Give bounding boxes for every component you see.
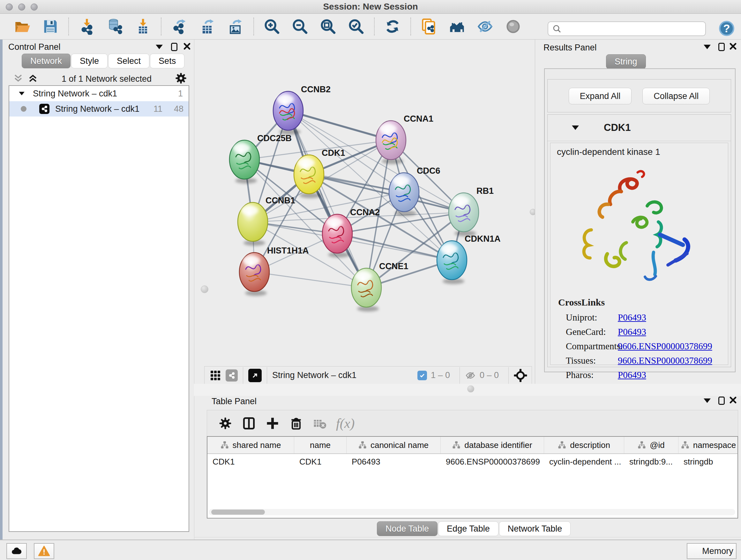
- table-cell[interactable]: cyclin-dependent ...: [544, 457, 624, 467]
- table-panel-close-icon[interactable]: [729, 396, 737, 405]
- table-row[interactable]: CDK1CDK1P064939606.ENSP00000378699cyclin…: [207, 454, 738, 469]
- network-collection-row[interactable]: String Network – cdk1 1: [9, 86, 189, 101]
- network-node-CDKN1A[interactable]: CDKN1A: [437, 234, 501, 284]
- select-columns-icon[interactable]: [241, 415, 257, 432]
- export-table-icon[interactable]: [199, 17, 216, 36]
- tab-sets[interactable]: Sets: [150, 54, 185, 68]
- crosslink-value-link[interactable]: P06493: [618, 327, 646, 337]
- first-neighbors-icon[interactable]: [448, 17, 466, 36]
- network-node-CCNA1[interactable]: CCNA1: [376, 114, 433, 164]
- splitter-handle-icon[interactable]: [467, 385, 474, 392]
- network-row-selected[interactable]: String Network – cdk1 11 48: [9, 101, 189, 117]
- table-options-gear-icon[interactable]: [217, 415, 233, 432]
- string-view-badge-icon[interactable]: [226, 369, 238, 381]
- show-all-icon[interactable]: [504, 17, 522, 36]
- table-cell[interactable]: P06493: [347, 457, 441, 467]
- crosslink-value-link[interactable]: 9606.ENSP00000378699: [618, 341, 712, 352]
- help-icon[interactable]: ?: [718, 20, 735, 37]
- results-panel-close-icon[interactable]: [729, 43, 737, 51]
- hidden-eye-icon[interactable]: [465, 370, 476, 381]
- function-builder-icon: f(x): [336, 416, 354, 431]
- column-header-database-identifier[interactable]: database identifier: [441, 437, 544, 453]
- scrollbar-thumb[interactable]: [211, 509, 265, 515]
- selected-checkbox-icon[interactable]: [417, 371, 427, 380]
- column-header--id[interactable]: @id: [624, 437, 678, 453]
- collapse-all-networks-icon[interactable]: [13, 73, 23, 85]
- warnings-button[interactable]: [34, 543, 54, 559]
- table-cell[interactable]: 9606.ENSP00000378699: [441, 457, 544, 467]
- splitter-handle-icon[interactable]: [201, 286, 208, 293]
- search-input[interactable]: [548, 21, 706, 36]
- network-node-CCNB1[interactable]: CCNB1: [238, 196, 295, 246]
- table-cell[interactable]: CDK1: [207, 457, 294, 467]
- column-header-description[interactable]: description: [544, 437, 624, 453]
- vertical-splitter-left[interactable]: [194, 40, 215, 384]
- crosslink-value-link[interactable]: P06493: [618, 312, 646, 323]
- crosslink-value-link[interactable]: 9606.ENSP00000378699: [618, 355, 712, 366]
- zoom-out-icon[interactable]: [291, 17, 309, 36]
- import-table-file-icon[interactable]: [134, 17, 152, 36]
- add-column-icon[interactable]: [264, 415, 281, 432]
- hide-selected-icon[interactable]: [476, 17, 494, 36]
- column-header-name[interactable]: name: [294, 437, 347, 453]
- import-network-file-icon[interactable]: [78, 17, 96, 36]
- save-session-icon[interactable]: [42, 17, 59, 36]
- tab-string[interactable]: String: [606, 54, 646, 69]
- collection-expand-icon[interactable]: [19, 91, 24, 95]
- tab-node-table[interactable]: Node Table: [377, 521, 437, 536]
- expand-all-button[interactable]: Expand All: [569, 88, 632, 105]
- network-node-RB1[interactable]: RB1: [449, 186, 494, 236]
- tab-select[interactable]: Select: [108, 54, 149, 68]
- network-edge[interactable]: [288, 111, 366, 288]
- grid-view-icon[interactable]: [210, 370, 221, 381]
- zoom-selected-icon[interactable]: [347, 17, 365, 36]
- open-session-icon[interactable]: [13, 17, 31, 36]
- tab-edge-table[interactable]: Edge Table: [438, 521, 498, 536]
- network-node-CCNA2[interactable]: CCNA2: [322, 207, 380, 258]
- table-cell[interactable]: CDK1: [294, 457, 347, 467]
- copy-network-icon[interactable]: [420, 17, 438, 36]
- delete-column-icon[interactable]: [288, 415, 305, 432]
- horizontal-scrollbar[interactable]: [209, 509, 735, 515]
- birdseye-navigator-icon[interactable]: [514, 369, 527, 382]
- network-edge[interactable]: [254, 272, 366, 288]
- expand-all-networks-icon[interactable]: [27, 73, 38, 85]
- table-panel-float-icon[interactable]: [704, 398, 711, 403]
- node-entry-header[interactable]: CDK1: [548, 115, 731, 141]
- import-network-database-icon[interactable]: [106, 17, 124, 36]
- control-panel-float-icon[interactable]: [156, 45, 163, 49]
- column-header-shared-name[interactable]: shared name: [207, 437, 294, 453]
- network-options-gear-icon[interactable]: [175, 72, 187, 85]
- results-panel-maximize-icon[interactable]: [718, 43, 725, 51]
- column-header-namespace[interactable]: namespace: [678, 437, 738, 453]
- table-panel-maximize-icon[interactable]: [718, 396, 725, 405]
- cloud-status-button[interactable]: [6, 543, 27, 559]
- network-node-CCNE1[interactable]: CCNE1: [351, 261, 408, 312]
- results-panel-float-icon[interactable]: [704, 45, 711, 49]
- tab-style[interactable]: Style: [71, 54, 108, 68]
- network-canvas[interactable]: CCNB2CCNA1CDC25BCDK1CDC6RB1CCNB1CCNA2CDK…: [214, 40, 530, 366]
- export-network-icon[interactable]: [171, 17, 188, 36]
- tab-network-table[interactable]: Network Table: [499, 521, 571, 536]
- open-in-window-icon[interactable]: [248, 369, 262, 382]
- zoom-in-icon[interactable]: [263, 17, 281, 36]
- network-edge[interactable]: [288, 111, 391, 140]
- export-image-icon[interactable]: [226, 17, 245, 36]
- tab-network[interactable]: Network: [22, 54, 71, 68]
- search-field[interactable]: [562, 22, 705, 35]
- control-panel: Control Panel Network Style Select Sets …: [3, 40, 194, 540]
- control-panel-close-icon[interactable]: [183, 43, 191, 51]
- network-edge[interactable]: [337, 234, 452, 260]
- column-header-canonical-name[interactable]: canonical name: [347, 437, 441, 453]
- network-node-HIST1H1A[interactable]: HIST1H1A: [239, 246, 309, 296]
- zoom-fit-icon[interactable]: [319, 17, 337, 36]
- network-node-CCNB2[interactable]: CCNB2: [273, 84, 331, 135]
- table-cell[interactable]: stringdb:9...: [624, 457, 678, 467]
- apply-refresh-icon[interactable]: [384, 17, 401, 36]
- collapse-all-button[interactable]: Collapse All: [643, 88, 710, 105]
- table-cell[interactable]: stringdb: [678, 457, 738, 467]
- crosslink-value-link[interactable]: P06493: [618, 370, 646, 380]
- memory-button[interactable]: Memory: [687, 543, 737, 559]
- control-panel-maximize-icon[interactable]: [171, 43, 178, 51]
- entry-collapse-icon[interactable]: [572, 125, 579, 130]
